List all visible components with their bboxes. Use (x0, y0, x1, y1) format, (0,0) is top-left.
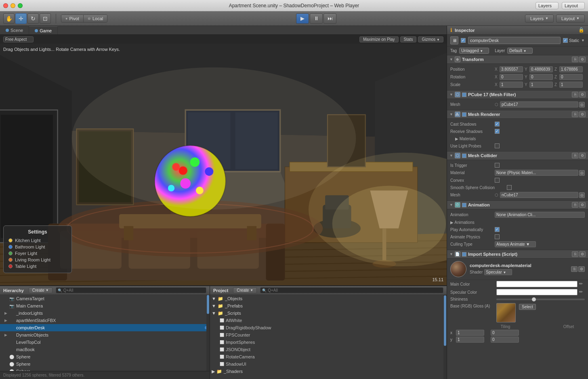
is-trigger-checkbox[interactable] (495, 163, 500, 168)
import-spheres-settings-btn[interactable]: ⚙ (579, 251, 586, 257)
file-json-object[interactable]: ⬜ JSONObject (210, 346, 447, 353)
stats-btn[interactable]: Stats (400, 36, 417, 42)
transform-copy-btn[interactable]: ⎘ (572, 57, 578, 62)
mesh-select-btn[interactable]: ◎ (579, 102, 585, 107)
hierarchy-item-macbook[interactable]: macBook (0, 346, 210, 353)
scale-tool[interactable]: ⊡ (40, 13, 51, 24)
move-tool[interactable]: ✛ (15, 13, 27, 24)
position-z-input[interactable] (559, 66, 583, 72)
hierarchy-search-input[interactable] (63, 288, 204, 293)
hierarchy-item-indoor-lights[interactable]: ▶ _indoorLights (0, 310, 210, 317)
layer-dropdown[interactable]: Default ▼ (507, 48, 532, 54)
position-x-input[interactable] (500, 66, 523, 72)
main-color-swatch[interactable] (496, 281, 578, 287)
mesh-collider-settings-btn[interactable]: ⚙ (579, 153, 586, 158)
folder-shaders[interactable]: ▶ 📁 _Shaders (210, 368, 447, 375)
static-checkbox[interactable]: ✓ (563, 38, 568, 43)
rotation-z-input[interactable] (559, 74, 583, 80)
mesh-collider-checkbox[interactable] (462, 154, 466, 158)
project-create-btn[interactable]: Create ▼ (233, 287, 257, 293)
import-spheres-copy-btn[interactable]: ⎘ (572, 251, 578, 257)
settings-item-kitchen[interactable]: Kitchen Light (8, 237, 67, 244)
folder-prefabs[interactable]: ▼ 📁 _Prefabs (210, 302, 447, 310)
collider-mesh-input[interactable] (500, 192, 578, 198)
static-dropdown-arrow[interactable]: ▼ (581, 38, 585, 42)
mesh-ref-input[interactable] (500, 101, 578, 107)
rotation-x-input[interactable] (500, 74, 523, 80)
texture-select-btn[interactable]: Select (519, 304, 536, 310)
animation-copy-btn[interactable]: ⎘ (572, 202, 578, 208)
offset-x-input[interactable] (491, 330, 519, 336)
hierarchy-item-level-top[interactable]: LevelTopCol (0, 339, 210, 346)
specular-color-picker[interactable]: ✏ (579, 289, 585, 295)
mesh-filter-copy-btn[interactable]: ⎘ (572, 92, 578, 97)
mesh-filter-settings-btn[interactable]: ⚙ (579, 92, 586, 97)
material-copy-btn[interactable]: ⎘ (571, 266, 578, 272)
main-color-picker[interactable]: ✏ (579, 281, 585, 287)
smooth-sphere-checkbox[interactable] (507, 185, 512, 190)
mesh-renderer-settings-btn[interactable]: ⚙ (579, 112, 586, 117)
tiling-x-input[interactable] (456, 330, 484, 336)
animation-checkbox[interactable] (462, 203, 466, 207)
play-auto-checkbox[interactable]: ✓ (495, 227, 500, 232)
scale-x-input[interactable] (500, 82, 523, 88)
play-button[interactable]: ▶ (296, 13, 309, 24)
import-spheres-header[interactable]: ▼ 📄 Import Spheres (Script) ⎘ ⚙ (447, 250, 588, 259)
hierarchy-item-sphere-3[interactable]: ⚪ Sphere (0, 368, 210, 371)
mesh-renderer-header[interactable]: ▼ 🖧 Mesh Renderer ⎘ ⚙ (447, 110, 588, 119)
settings-item-bathroom[interactable]: Bathroom Light (8, 244, 67, 250)
maximize-on-play-btn[interactable]: Maximize on Play (359, 36, 398, 42)
mesh-filter-header[interactable]: ▼ ⬡ PCube 17 (Mesh Filter) ⎘ ⚙ (447, 91, 588, 99)
culling-type-dropdown[interactable]: Always Animate ▼ (495, 241, 536, 247)
material-select-btn[interactable]: ◎ (579, 170, 585, 176)
rotate-tool[interactable]: ↻ (27, 13, 39, 24)
step-button[interactable]: ⏭ (323, 13, 336, 24)
tiling-y-input[interactable] (456, 337, 484, 343)
mesh-collider-header[interactable]: ▼ ⬡ Mesh Collider ⎘ ⚙ (447, 152, 588, 160)
file-shadow-ui[interactable]: ⬜ ShadowUI (210, 360, 447, 368)
animation-clip-input[interactable] (495, 212, 585, 218)
hierarchy-item-sphere-1[interactable]: ⚪ Sphere (0, 353, 210, 360)
file-import-spheres[interactable]: ⬜ ImportSpheres (210, 339, 447, 346)
game-tab[interactable]: Game (29, 26, 58, 34)
hierarchy-create-btn[interactable]: Create ▼ (29, 287, 52, 293)
hierarchy-item-camera-target[interactable]: 📷 CameraTarget (0, 295, 210, 302)
file-rotate-camera[interactable]: ⬜ RotateCamera (210, 353, 447, 360)
scale-y-input[interactable] (529, 82, 553, 88)
offset-y-input[interactable] (491, 337, 519, 343)
viewport[interactable]: Free Aspect Maximize on Play Stats Gizmo… (0, 35, 447, 285)
close-button[interactable] (3, 3, 8, 8)
scene-tab[interactable]: Scene (0, 26, 29, 34)
object-active-checkbox[interactable]: ✓ (461, 38, 466, 43)
pause-button[interactable]: ⏸ (310, 13, 323, 24)
layers-dropdown-btn[interactable]: Layers ▼ (525, 15, 554, 23)
file-allwhite[interactable]: ⬜ AllWhite (210, 317, 447, 324)
file-drag-rigidbody[interactable]: ⬜ DragRigidbodyShadow (210, 324, 447, 331)
hierarchy-item-computer-desk[interactable]: computerDesk (0, 324, 210, 331)
material-ref-input[interactable] (495, 170, 578, 176)
mesh-renderer-copy-btn[interactable]: ⎘ (572, 112, 578, 117)
gizmos-btn[interactable]: Gizmos ▼ (418, 36, 443, 42)
use-light-probes-checkbox[interactable] (495, 143, 500, 148)
hierarchy-item-main-camera[interactable]: 📷 Main Camera (0, 302, 210, 310)
folder-objects[interactable]: ▼ 📁 _Objects (210, 295, 447, 302)
hierarchy-item-dynamic-objects[interactable]: ▶ DynamicObjects (0, 331, 210, 339)
project-search-input[interactable] (268, 288, 441, 293)
layers-dropdown[interactable]: Layers (536, 2, 559, 9)
collider-mesh-select-btn[interactable]: ◎ (579, 192, 585, 198)
material-settings-btn[interactable]: ⚙ (578, 266, 585, 272)
aspect-dropdown[interactable]: Free Aspect (3, 36, 34, 42)
convex-checkbox[interactable] (495, 178, 500, 183)
animation-settings-btn[interactable]: ⚙ (579, 202, 586, 208)
rotation-y-input[interactable] (529, 74, 553, 80)
shininess-slider[interactable] (496, 299, 585, 300)
maximize-button[interactable] (18, 3, 23, 8)
folder-scripts[interactable]: ▼ 📁 _Scripts (210, 310, 447, 317)
import-spheres-checkbox[interactable] (462, 252, 466, 257)
settings-item-living-room[interactable]: Living Room Light (8, 257, 67, 263)
mesh-renderer-checkbox[interactable] (462, 112, 466, 117)
animation-header[interactable]: ▼ ⏱ Animation ⎘ ⚙ (447, 201, 588, 209)
transform-header[interactable]: ▼ ⊕ Transform ⎘ ⚙ (447, 55, 588, 64)
settings-item-foyer[interactable]: Foyer Light (8, 250, 67, 257)
hierarchy-item-apartment-static[interactable]: ▶ apartMentStaticFBX (0, 317, 210, 324)
